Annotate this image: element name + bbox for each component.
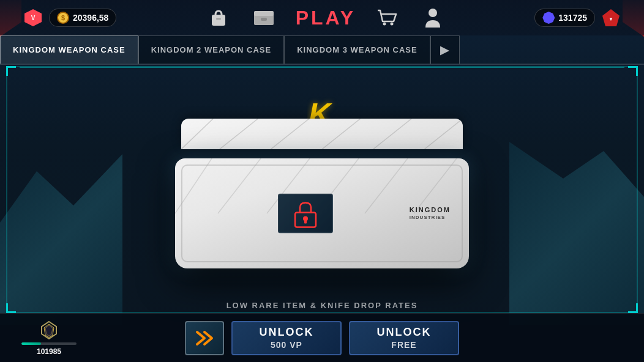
weapon-case-wrapper: K [169, 146, 475, 281]
backpack-button[interactable] [205, 4, 232, 31]
unlock-vp-sub: 500 VP [271, 340, 302, 350]
unlock-free-button[interactable]: UNLOCK FREE [349, 321, 459, 355]
valorant-logo: V [24, 9, 42, 26]
kingdom-logo: KINGDOM INDUSTRIES [410, 206, 451, 221]
industries-text: INDUSTRIES [410, 215, 445, 221]
player-level: 101985 [12, 320, 86, 356]
tab-3-label: KINGDOM 3 WEAPON CASE [297, 45, 417, 54]
currency-badge[interactable]: $ 20396,58 [49, 9, 116, 27]
unlock-free-label: UNLOCK [377, 326, 432, 339]
case-lid [181, 119, 463, 149]
level-number: 101985 [37, 347, 61, 356]
unlock-vp-button[interactable]: UNLOCK 500 VP [231, 321, 342, 355]
vp-amount: 131725 [558, 13, 587, 23]
tab-more-icon: ▶ [440, 43, 449, 57]
tab-more[interactable]: ▶ [430, 35, 460, 64]
svg-rect-23 [304, 220, 307, 223]
svg-rect-0 [212, 15, 225, 26]
tabs-container: KINGDOM WEAPON CASE KINGDOM 2 WEAPON CAS… [0, 35, 644, 65]
svg-line-10 [220, 119, 258, 149]
chest-icon [252, 8, 275, 28]
notification-symbol: ▼ [608, 17, 613, 22]
tab-kingdom-1[interactable]: KINGDOM WEAPON CASE [0, 35, 138, 64]
profile-button[interactable] [419, 4, 446, 31]
person-icon [423, 7, 443, 29]
svg-line-9 [181, 119, 213, 149]
header: V $ 20396,58 PLAY [0, 0, 644, 35]
unlock-free-sub: FREE [391, 340, 416, 350]
svg-point-7 [429, 9, 437, 17]
lock-display [278, 194, 333, 234]
kingdom-text: KINGDOM [410, 206, 451, 214]
svg-line-12 [322, 119, 361, 149]
double-arrow-icon [193, 328, 215, 348]
backpack-icon [207, 6, 230, 29]
vp-icon [542, 12, 555, 24]
bottom-bar: 101985 UNLOCK 500 VP UNLOCK FREE [0, 313, 644, 362]
notification-icon[interactable]: ▼ [602, 9, 620, 26]
level-bar-container [21, 342, 77, 345]
gem-icon [39, 320, 59, 340]
level-icon [39, 320, 59, 340]
tab-1-label: KINGDOM WEAPON CASE [13, 45, 125, 54]
chest-button[interactable] [250, 4, 277, 31]
tab-kingdom-3[interactable]: KINGDOM 3 WEAPON CASE [284, 35, 430, 64]
svg-rect-1 [216, 18, 221, 20]
tab-2-label: KINGDOM 2 WEAPON CASE [151, 45, 272, 54]
level-bar-fill [21, 342, 41, 345]
currency-amount: 20396,58 [73, 13, 108, 23]
cart-icon [376, 8, 399, 28]
logo-v: V [31, 15, 36, 21]
header-left: V $ 20396,58 [24, 9, 116, 27]
svg-line-14 [424, 119, 463, 149]
svg-point-5 [383, 23, 386, 26]
bottom-center: UNLOCK 500 VP UNLOCK FREE [86, 321, 558, 355]
double-arrow-button[interactable] [185, 321, 224, 355]
drop-rates-text: LOW RARE ITEM & KNIFE DROP RATES [227, 301, 418, 310]
weapon-case-body: KINGDOM INDUSTRIES [175, 158, 469, 268]
header-center: PLAY [205, 4, 446, 31]
lid-decorations [181, 119, 463, 149]
svg-point-6 [391, 23, 394, 26]
cart-button[interactable] [374, 4, 401, 31]
lock-svg [290, 199, 321, 228]
svg-rect-4 [261, 18, 267, 21]
svg-rect-3 [254, 11, 274, 16]
svg-line-11 [271, 119, 309, 149]
svg-line-13 [373, 119, 412, 149]
unlock-vp-label: UNLOCK [260, 326, 314, 339]
play-title: PLAY [296, 7, 356, 29]
header-right: 131725 ▼ [534, 9, 620, 27]
tab-kingdom-2[interactable]: KINGDOM 2 WEAPON CASE [138, 35, 285, 64]
vp-badge[interactable]: 131725 [534, 9, 595, 27]
coin-icon: $ [57, 12, 69, 24]
